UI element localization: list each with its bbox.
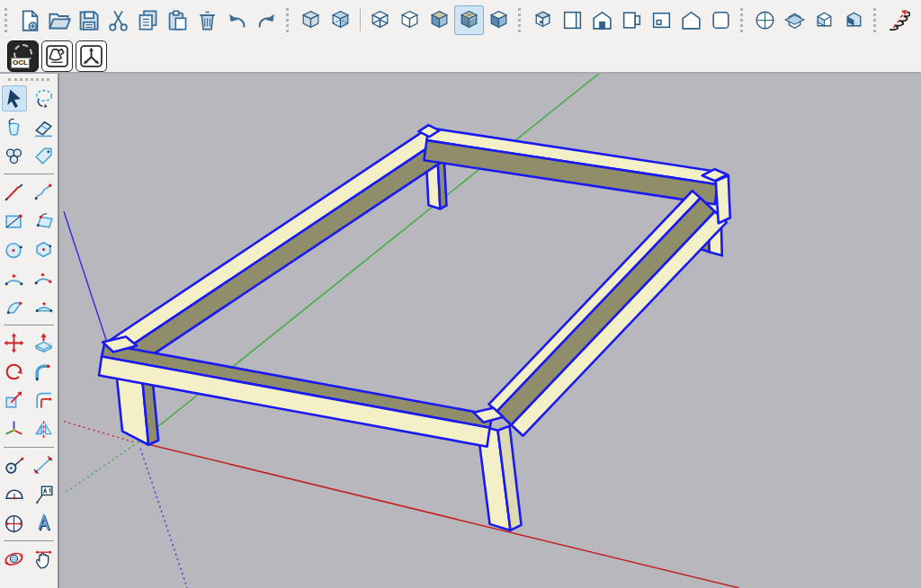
orbit-icon	[3, 548, 25, 570]
view-front-button[interactable]	[587, 5, 617, 35]
modeling-viewport[interactable]	[59, 74, 921, 588]
protractor-icon	[3, 483, 25, 505]
arc-2pt-icon	[3, 267, 25, 290]
tag-button[interactable]	[31, 143, 57, 169]
offset-button[interactable]	[31, 388, 57, 414]
redo-button[interactable]	[252, 5, 282, 35]
xray-button[interactable]	[296, 5, 326, 35]
circle-icon	[3, 238, 25, 261]
protractor-button[interactable]	[2, 481, 27, 507]
palette-row	[0, 236, 58, 263]
display-section-planes-icon	[782, 8, 807, 32]
scene-canvas[interactable]	[59, 74, 921, 588]
toolbar-grip[interactable]	[518, 8, 521, 32]
palette-separator	[4, 540, 54, 541]
toolbar-grip[interactable]	[286, 8, 289, 32]
text-button[interactable]	[31, 481, 57, 507]
rotate-button[interactable]	[2, 359, 27, 385]
arc-segment-button[interactable]	[31, 294, 57, 320]
rectangle-button[interactable]	[2, 208, 27, 234]
view-iso-button[interactable]	[528, 5, 558, 35]
palette-row	[0, 294, 58, 320]
hidden-line-button[interactable]	[395, 5, 425, 35]
axes-arrows-tool-button[interactable]	[76, 40, 107, 72]
scale-icon	[3, 389, 25, 412]
erase-button[interactable]	[192, 5, 222, 35]
paint-bucket-button[interactable]	[2, 114, 27, 140]
paint-flow-tool-button[interactable]	[41, 40, 73, 72]
freehand-button[interactable]	[31, 179, 57, 205]
palette-separator	[4, 447, 54, 448]
toolbar-grip[interactable]	[4, 8, 7, 32]
toolbar-group-views	[514, 0, 736, 40]
circle-button[interactable]	[2, 236, 27, 263]
display-section-planes-button[interactable]	[780, 5, 809, 35]
dimension-button[interactable]	[31, 452, 57, 478]
component-button[interactable]	[2, 143, 27, 169]
palette-row	[0, 510, 58, 536]
copy-button[interactable]	[133, 5, 163, 35]
view-bottom-button[interactable]	[706, 5, 736, 35]
flip-button[interactable]	[31, 416, 57, 442]
palette-grip[interactable]	[8, 78, 49, 81]
green-axis-negative	[64, 442, 139, 494]
save-button[interactable]	[74, 5, 103, 35]
follow-me-button[interactable]	[31, 359, 57, 385]
tool-palette	[0, 74, 59, 588]
shaded-with-textures-button[interactable]	[454, 5, 484, 35]
view-top-button[interactable]	[558, 5, 587, 35]
view-back-icon	[649, 8, 674, 32]
wireframe-button[interactable]	[365, 5, 395, 35]
monochrome-icon	[487, 8, 511, 32]
tape-measure-button[interactable]	[2, 452, 27, 478]
palette-row	[0, 85, 58, 111]
rotated-rectangle-button[interactable]	[31, 208, 57, 234]
display-section-fill-button[interactable]	[839, 5, 869, 35]
move-button[interactable]	[2, 330, 27, 356]
section-plane-button[interactable]	[2, 510, 27, 536]
display-section-cuts-button[interactable]	[809, 5, 839, 35]
lasso-button[interactable]	[31, 85, 57, 111]
polygon-button[interactable]	[31, 236, 57, 263]
paste-icon	[165, 8, 190, 32]
axes-button[interactable]	[2, 416, 27, 442]
pan-button[interactable]	[31, 546, 57, 572]
arc-3pt-button[interactable]	[31, 265, 57, 291]
view-left-button[interactable]	[676, 5, 706, 35]
palette-row	[0, 416, 58, 442]
scale-button[interactable]	[2, 388, 27, 414]
section-plane-tool-button[interactable]	[750, 5, 780, 35]
undo-button[interactable]	[222, 5, 252, 35]
helix-button[interactable]	[883, 5, 913, 35]
toolbar-grip[interactable]	[740, 8, 743, 32]
view-right-button[interactable]	[617, 5, 647, 35]
open-button[interactable]	[44, 5, 74, 35]
palette-row	[0, 265, 58, 291]
selected-frame-with-legs[interactable]	[99, 125, 730, 530]
arc-2pt-button[interactable]	[2, 265, 27, 291]
palette-row	[0, 546, 58, 572]
3d-text-button[interactable]	[31, 510, 57, 536]
arc-pie-button[interactable]	[2, 294, 27, 320]
paint-bucket-icon	[3, 116, 25, 138]
rotate-icon	[3, 361, 25, 383]
back-edges-button[interactable]	[326, 5, 355, 35]
paste-button[interactable]	[163, 5, 192, 35]
push-pull-button[interactable]	[31, 330, 57, 356]
shaded-button[interactable]	[425, 5, 454, 35]
monochrome-button[interactable]	[484, 5, 514, 35]
tape-measure-icon	[3, 454, 25, 477]
blue-axis-negative	[140, 449, 187, 588]
toolbar-grip[interactable]	[873, 8, 876, 32]
new-model-button[interactable]	[14, 5, 44, 35]
eraser-button[interactable]	[31, 114, 57, 140]
orbit-button[interactable]	[2, 546, 27, 572]
line-button[interactable]	[2, 179, 27, 205]
cut-button[interactable]	[103, 5, 133, 35]
view-back-button[interactable]	[647, 5, 676, 35]
shaded-with-textures-icon	[457, 8, 481, 32]
opencutlist-button[interactable]: OCL	[7, 40, 39, 72]
section-plane-icon	[3, 512, 25, 534]
select-button[interactable]	[2, 85, 27, 111]
select-icon	[3, 87, 25, 110]
